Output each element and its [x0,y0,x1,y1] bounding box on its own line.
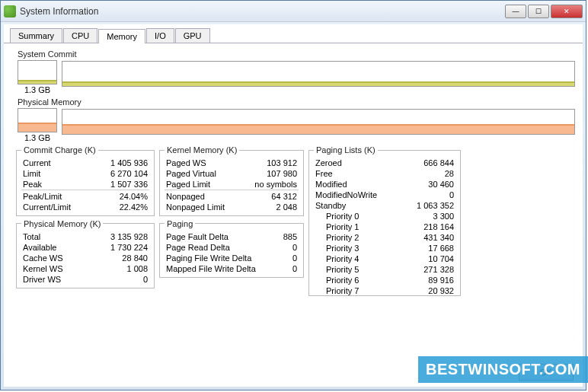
pfwd-value: 0 [278,253,299,263]
p5-value: 271 328 [401,264,455,275]
current-value: 1 405 936 [93,158,149,168]
pfd-value: 885 [278,231,299,242]
p3-label: Priority 3 [314,243,401,253]
peaklimit-value: 24.04% [93,191,149,202]
p1-label: Priority 1 [314,221,401,232]
paging-lists-legend: Paging Lists (K) [314,145,378,155]
avail-value: 1 730 224 [88,242,149,253]
pagedvirtual-label: Paged Virtual [165,168,241,179]
pagedlimit-label: Paged Limit [165,179,241,190]
p0-label: Priority 0 [314,211,401,221]
commit-charge-group: Commit Charge (K) Current1 405 936 Limit… [16,145,155,216]
content-area: Summary CPU Memory I/O GPU System Commit… [4,24,583,387]
system-information-window: System Information — ☐ ✕ Summary CPU Mem… [0,0,586,390]
tab-summary[interactable]: Summary [10,28,62,43]
window-title: System Information [20,6,505,17]
paging-group: Paging Page Fault Delta885 Page Read Del… [159,219,304,278]
close-button[interactable]: ✕ [551,5,583,18]
cache-value: 28 840 [88,253,149,263]
pagedvirtual-value: 107 980 [241,168,299,179]
commit-charge-legend: Commit Charge (K) [21,145,98,155]
current-label: Current [21,158,93,168]
mnw-value: 0 [401,190,455,200]
minimize-button[interactable]: — [505,5,526,18]
zeroed-value: 666 844 [401,158,455,168]
peak-value: 1 507 336 [93,179,149,190]
p2-label: Priority 2 [314,232,401,243]
p4-label: Priority 4 [314,253,401,264]
nonpaged-label: Nonpaged [165,191,241,202]
cache-label: Cache WS [21,253,88,263]
system-commit-label: System Commit [18,49,575,59]
avail-label: Available [21,242,88,253]
commit-mini-value: 1.3 GB [24,85,50,94]
mfwd-value: 0 [278,263,299,274]
kernelws-value: 1 008 [88,263,149,274]
p0-value: 3 300 [401,211,455,221]
p1-value: 218 164 [401,221,455,232]
physical-memory-group: Physical Memory (K) Total3 135 928 Avail… [16,219,155,288]
commit-history-graph [62,61,575,87]
physical-memory-legend: Physical Memory (K) [21,219,103,228]
commit-mini-graph [18,60,57,84]
physical-history-graph [62,109,575,135]
p2-value: 431 340 [401,232,455,243]
standby-value: 1 063 352 [401,200,455,211]
physical-mini-value: 1.3 GB [24,133,50,142]
peak-label: Peak [21,179,93,190]
titlebar[interactable]: System Information — ☐ ✕ [1,1,586,22]
standby-label: Standby [314,200,401,211]
nonpagedlimit-value: 2 048 [241,202,299,212]
app-icon [4,5,16,18]
free-label: Free [314,168,401,179]
mnw-label: ModifiedNoWrite [314,190,401,200]
curlimit-value: 22.42% [93,202,149,212]
physical-mini-graph [18,108,57,132]
p7-value: 20 932 [401,285,455,296]
kernel-memory-legend: Kernel Memory (K) [165,145,239,155]
tab-strip: Summary CPU Memory I/O GPU [4,24,583,43]
total-value: 3 135 928 [88,231,149,242]
tab-gpu[interactable]: GPU [175,28,210,43]
p7-label: Priority 7 [314,285,401,296]
nonpaged-value: 64 312 [241,191,299,202]
tab-memory[interactable]: Memory [98,29,145,43]
free-value: 28 [401,168,455,179]
limit-label: Limit [21,168,93,179]
peaklimit-label: Peak/Limit [21,191,93,202]
ok-button[interactable]: OK [519,364,574,381]
pfd-label: Page Fault Delta [165,231,278,242]
paging-legend: Paging [165,219,195,228]
kernel-memory-group: Kernel Memory (K) Paged WS103 912 Paged … [159,145,304,216]
p4-value: 10 704 [401,253,455,264]
kernelws-label: Kernel WS [21,263,88,274]
prd-value: 0 [278,242,299,253]
driverws-value: 0 [88,274,149,285]
tab-cpu[interactable]: CPU [63,28,97,43]
memory-panel: System Commit 1.3 GB Physical Memory [4,43,583,301]
pagedws-label: Paged WS [165,158,241,168]
nonpagedlimit-label: Nonpaged Limit [165,202,241,212]
paging-lists-group: Paging Lists (K) Zeroed666 844 Free28 Mo… [308,145,461,296]
p5-label: Priority 5 [314,264,401,275]
zeroed-label: Zeroed [314,158,401,168]
limit-value: 6 270 104 [93,168,149,179]
total-label: Total [21,231,88,242]
pagedlimit-value: no symbols [241,179,299,190]
pagedws-value: 103 912 [241,158,299,168]
p6-value: 89 916 [401,275,455,285]
modified-value: 30 460 [401,179,455,190]
p3-value: 17 668 [401,243,455,253]
p6-label: Priority 6 [314,275,401,285]
tab-io[interactable]: I/O [146,28,174,43]
mfwd-label: Mapped File Write Delta [165,263,278,274]
modified-label: Modified [314,179,401,190]
driverws-label: Driver WS [21,274,88,285]
pfwd-label: Paging File Write Delta [165,253,278,263]
physical-memory-label: Physical Memory [18,97,575,107]
curlimit-label: Current/Limit [21,202,93,212]
prd-label: Page Read Delta [165,242,278,253]
maximize-button[interactable]: ☐ [528,5,549,18]
